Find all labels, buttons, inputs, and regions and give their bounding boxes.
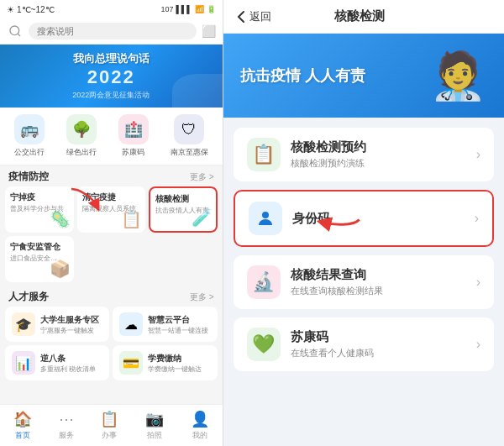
nav-home-label: 首页 — [15, 430, 30, 441]
quick-icon-insurance[interactable]: 🛡 南京至惠保 — [171, 114, 208, 158]
home-icon: 🏠 — [13, 410, 32, 428]
nav-camera[interactable]: 📷 拍照 — [145, 410, 164, 441]
epidemic-card-qingning[interactable]: 清宁疫捷 隔离观察人员系统 📋 — [77, 186, 146, 233]
booking-content: 核酸检测预约 核酸检测预约演练 — [291, 139, 466, 170]
result-icon: 🔬 — [247, 265, 281, 299]
bus-icon: 🚌 — [14, 114, 45, 144]
status-left: ☀ 1℃~12℃ — [7, 5, 55, 14]
search-bar: ⬜ — [0, 18, 223, 45]
nav-service-label: 服务 — [59, 430, 74, 441]
epidemic-card-food[interactable]: 宁食安监管仓 进口食品安全… 📦 — [5, 236, 74, 282]
booking-title: 核酸检测预约 — [291, 139, 466, 155]
banner-title: 我向总理说句话 — [73, 51, 150, 66]
insurance-label: 南京至惠保 — [171, 147, 208, 158]
nav-home[interactable]: 🏠 首页 — [13, 410, 32, 441]
result-subtitle: 在线查询核酸检测结果 — [291, 285, 466, 297]
menu-item-result[interactable]: 🔬 核酸结果查询 在线查询核酸检测结果 › — [234, 255, 494, 309]
right-page-title: 核酸检测 — [334, 8, 385, 24]
left-panel: ☀ 1℃~12℃ 107 ▌▌▌ 📶 🔋 ⬜ 我向总理说句话 2022 2022… — [0, 0, 223, 446]
scan-icon[interactable]: ⬜ — [202, 24, 216, 38]
search-input[interactable] — [29, 23, 197, 39]
banner-decoration — [172, 74, 223, 108]
talent-info: 智慧云平台 智慧一站通一键连接 — [148, 314, 210, 335]
menu-item-booking[interactable]: 📋 核酸检测预约 核酸检测预约演练 › — [234, 128, 494, 181]
status-right: 107 ▌▌▌ 📶 🔋 — [160, 5, 215, 13]
signal-icon: ▌▌▌ — [176, 5, 192, 13]
search-icon — [7, 23, 24, 39]
fee-icon: 💳 — [119, 351, 143, 375]
chevron-right-icon: › — [476, 337, 480, 352]
talent-card-eight[interactable]: 📊 逆八条 多重福利 税收清单 — [5, 345, 109, 380]
back-button[interactable]: 返回 — [237, 9, 271, 24]
health-icon: 🏥 — [118, 114, 149, 144]
card-title: 宁掉疫 — [10, 192, 69, 203]
epidemic-title: 疫情防控 — [8, 170, 49, 184]
right-panel: 返回 核酸检测 抗击疫情 人人有责 🧑‍⚕️ 📋 核酸检测预约 核酸检测预约演练 — [223, 0, 504, 446]
identity-content: 身份码 — [292, 211, 465, 227]
sukang-title: 苏康码 — [291, 329, 466, 345]
card-title: 核酸检测 — [155, 193, 211, 205]
quick-icon-green[interactable]: 🌳 绿色出行 — [66, 114, 97, 158]
nav-service[interactable]: ⋯ 服务 — [59, 410, 74, 441]
talent-more[interactable]: 更多 > — [190, 291, 214, 303]
epidemic-card-nucleic[interactable]: 核酸检测 抗击疫情人人有责 🧪 — [149, 186, 218, 233]
identity-title: 身份码 — [292, 211, 465, 227]
result-content: 核酸结果查询 在线查询核酸检测结果 — [291, 267, 466, 297]
affairs-icon: 📋 — [100, 410, 118, 428]
left-banner: 我向总理说句话 2022 2022两会意见征集活动 — [0, 45, 223, 108]
svg-point-4 — [262, 212, 269, 218]
svg-point-0 — [10, 26, 19, 35]
talent-card-cloud[interactable]: ☁ 智慧云平台 智慧一站通一键连接 — [113, 307, 217, 342]
card-icon: 📋 — [121, 209, 142, 229]
right-banner: 抗击疫情 人人有责 🧑‍⚕️ — [223, 34, 504, 118]
epidemic-more[interactable]: 更多 > — [190, 171, 214, 183]
epidemic-section-header: 疫情防控 更多 > — [0, 165, 223, 186]
mine-icon: 👤 — [191, 410, 209, 428]
green-label: 绿色出行 — [66, 147, 97, 158]
status-bar: ☀ 1℃~12℃ 107 ▌▌▌ 📶 🔋 — [0, 0, 223, 18]
talent-card-desc: 智慧一站通一键连接 — [148, 326, 210, 335]
talent-card-title: 逆八条 — [40, 353, 102, 365]
svg-line-1 — [18, 34, 20, 36]
bottom-nav: 🏠 首页 ⋯ 服务 📋 办事 📷 拍照 👤 我的 — [0, 404, 223, 446]
talent-info: 学费缴纳 学费缴纳一键触达 — [148, 353, 210, 374]
card-icon: 🧪 — [192, 207, 213, 228]
quick-icon-bus[interactable]: 🚌 公交出行 — [14, 114, 45, 158]
quick-icon-health[interactable]: 🏥 苏康码 — [118, 114, 149, 158]
talent-card-title: 大学生服务专区 — [40, 314, 102, 326]
identity-icon — [249, 202, 282, 235]
talent-grid: 🎓 大学生服务专区 宁惠服务一键触发 ☁ 智慧云平台 智慧一站通一键连接 📊 逆… — [0, 307, 223, 384]
menu-item-identity[interactable]: 身份码 › — [234, 190, 494, 247]
nav-mine-label: 我的 — [192, 430, 207, 441]
epidemic-grid: 宁掉疫 普及科学分步与共 🦠 清宁疫捷 隔离观察人员系统 📋 核酸检测 抗击疫情… — [0, 186, 223, 286]
talent-card-title: 智慧云平台 — [148, 314, 210, 326]
bus-label: 公交出行 — [14, 147, 45, 158]
right-menu-list: 📋 核酸检测预约 核酸检测预约演练 › 身份码 › 🔬 核酸结果查询 — [223, 118, 504, 446]
menu-item-sukang[interactable]: 💚 苏康码 在线查看个人健康码 › — [234, 317, 494, 371]
talent-card-student[interactable]: 🎓 大学生服务专区 宁惠服务一键触发 — [5, 307, 109, 342]
talent-card-desc: 多重福利 税收清单 — [40, 365, 102, 374]
wifi-icon: 📶 — [195, 5, 204, 13]
nav-affairs[interactable]: 📋 办事 — [100, 410, 118, 441]
card-title: 清宁疫捷 — [82, 192, 141, 203]
talent-card-fee[interactable]: 💳 学费缴纳 学费缴纳一键触达 — [113, 345, 217, 380]
talent-section-header: 人才服务 更多 > — [0, 286, 223, 307]
green-icon: 🌳 — [66, 114, 97, 144]
service-icon: ⋯ — [59, 410, 74, 428]
insurance-icon: 🛡 — [174, 114, 204, 144]
weather-icon: ☀ — [7, 5, 14, 14]
right-banner-figure: 🧑‍⚕️ — [429, 49, 487, 103]
battery-icon: 🔋 — [207, 5, 216, 13]
talent-info: 大学生服务专区 宁惠服务一键触发 — [40, 314, 102, 335]
chevron-right-icon: › — [475, 211, 479, 226]
right-banner-text: 抗击疫情 人人有责 — [240, 66, 365, 86]
back-label: 返回 — [249, 9, 271, 24]
health-label: 苏康码 — [122, 147, 144, 158]
air-quality: 107 — [160, 5, 173, 13]
talent-card-title: 学费缴纳 — [148, 353, 210, 365]
banner-subtitle: 2022两会意见征集活动 — [72, 90, 150, 101]
epidemic-card-ningdroyi[interactable]: 宁掉疫 普及科学分步与共 🦠 — [5, 186, 74, 233]
cloud-icon: ☁ — [119, 312, 143, 336]
sukang-icon: 💚 — [247, 328, 281, 361]
nav-mine[interactable]: 👤 我的 — [191, 410, 209, 441]
